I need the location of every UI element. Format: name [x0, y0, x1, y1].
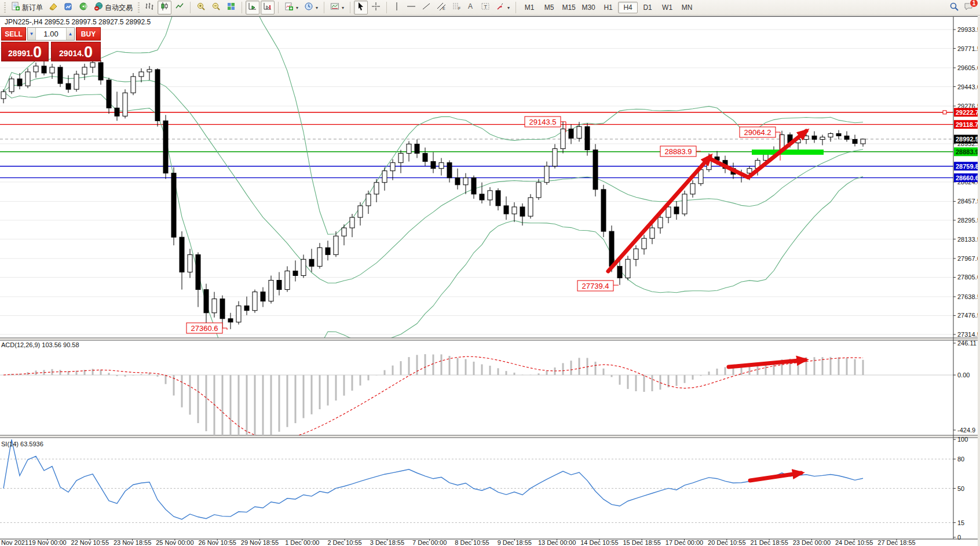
- add-indicator-button[interactable]: ▾: [282, 1, 301, 14]
- signals-button[interactable]: [76, 1, 90, 14]
- svg-text:28457.5: 28457.5: [957, 198, 980, 205]
- zoom-in-button[interactable]: [194, 1, 208, 14]
- new-order-button[interactable]: 新订单: [9, 1, 45, 14]
- trendline-button[interactable]: [419, 1, 433, 14]
- svg-text:24 Dec 10:55: 24 Dec 10:55: [835, 539, 873, 546]
- svg-text:80: 80: [957, 456, 964, 463]
- svg-text:29605.0: 29605.0: [957, 64, 980, 71]
- bar-chart-button[interactable]: [142, 1, 156, 14]
- buy-price-big-digit: 0: [84, 45, 93, 60]
- line-chart-button[interactable]: [173, 1, 187, 14]
- svg-text:8 Dec 10:55: 8 Dec 10:55: [455, 539, 489, 546]
- svg-text:50: 50: [957, 485, 964, 492]
- sell-price[interactable]: 28991.0: [1, 42, 49, 61]
- line-chart-icon: [175, 2, 184, 13]
- fibonacci-button[interactable]: F: [449, 1, 463, 14]
- svg-text:28660.6: 28660.6: [956, 174, 979, 181]
- svg-text:29118.7: 29118.7: [956, 121, 978, 128]
- equidistant-channel-button[interactable]: E: [434, 1, 448, 14]
- buy-button[interactable]: BUY: [76, 27, 101, 41]
- chart-shift-button[interactable]: [261, 1, 275, 14]
- arrows-icon: [496, 2, 505, 13]
- timeframe-MN[interactable]: MN: [677, 2, 697, 13]
- timeframe-M1[interactable]: M1: [520, 2, 539, 13]
- text-label-button[interactable]: T: [478, 1, 492, 14]
- timeframe-W1[interactable]: W1: [657, 2, 677, 13]
- timeframe-H1[interactable]: H1: [598, 2, 618, 13]
- timeframe-M5[interactable]: M5: [539, 2, 559, 13]
- period-button[interactable]: ▾: [302, 1, 320, 14]
- market-watch-icon: [64, 2, 73, 13]
- chevron-down-icon: ▾: [507, 5, 510, 10]
- svg-text:100: 100: [957, 436, 968, 443]
- svg-text:0: 0: [957, 534, 961, 541]
- buy-price[interactable]: 29014.0: [51, 42, 101, 61]
- cursor-button[interactable]: [354, 1, 368, 14]
- price-callout[interactable]: 28883.9: [660, 146, 701, 156]
- text-label-icon: T: [481, 2, 490, 13]
- vertical-line-icon: [393, 2, 401, 13]
- bar-chart-icon: [145, 2, 154, 13]
- arrows-tool-button[interactable]: ▾: [493, 1, 512, 14]
- svg-text:27638.5: 27638.5: [957, 293, 980, 300]
- svg-text:28295.5: 28295.5: [957, 217, 980, 224]
- svg-text:17 Dec 00:00: 17 Dec 00:00: [665, 539, 703, 546]
- svg-text:28759.8: 28759.8: [956, 163, 979, 170]
- svg-text:29771.5: 29771.5: [957, 45, 980, 52]
- svg-text:2 Dec 10:55: 2 Dec 10:55: [327, 539, 361, 546]
- svg-text:22 Nov 10:55: 22 Nov 10:55: [71, 539, 109, 546]
- toolbar-grip: [4, 2, 6, 13]
- sell-price-main: 28991.: [8, 46, 33, 60]
- tile-windows-button[interactable]: [224, 1, 238, 14]
- text-icon: A: [467, 2, 475, 13]
- svg-text:E: E: [443, 6, 445, 10]
- svg-text:15: 15: [957, 519, 964, 526]
- auto-scroll-button[interactable]: [246, 1, 259, 14]
- market-watch-button[interactable]: [61, 1, 75, 14]
- toolbar-separator: [190, 2, 191, 13]
- sell-price-big-digit: 0: [33, 45, 42, 60]
- notifications-button[interactable]: 1: [964, 2, 974, 13]
- timeframe-D1[interactable]: D1: [638, 2, 657, 13]
- price-callout[interactable]: 27739.4: [577, 281, 619, 291]
- volume-input[interactable]: 1.00: [36, 28, 66, 40]
- chart-canvas[interactable]: 29933.529771.529605.029443.029276.528952…: [0, 16, 980, 546]
- crosshair-icon: [371, 2, 381, 13]
- template-icon: [330, 2, 339, 13]
- svg-text:1 Dec 00:00: 1 Dec 00:00: [285, 539, 319, 546]
- svg-text:9 Dec 18:55: 9 Dec 18:55: [498, 539, 532, 546]
- auto-scroll-icon: [248, 2, 257, 13]
- text-button[interactable]: A: [465, 1, 477, 14]
- timeframe-M30[interactable]: M30: [579, 2, 598, 13]
- timeframe-H4[interactable]: H4: [618, 2, 638, 13]
- sell-button[interactable]: SELL: [1, 27, 26, 41]
- rsi-indicator-label: SI(14) 63.5936: [1, 441, 43, 447]
- crosshair-button[interactable]: [369, 1, 383, 14]
- svg-text:25 Nov 00:00: 25 Nov 00:00: [156, 539, 193, 546]
- volume-up-button[interactable]: ▲: [66, 28, 74, 40]
- candlestick-chart-button[interactable]: [158, 1, 171, 14]
- horizontal-line-button[interactable]: [404, 1, 418, 14]
- zoom-out-icon: [211, 2, 221, 13]
- price-callout[interactable]: 27360.6: [187, 323, 227, 333]
- svg-text:28883.9: 28883.9: [665, 147, 692, 156]
- toolbar-separator: [278, 2, 279, 13]
- candlestick-chart-icon: [160, 2, 169, 13]
- svg-text:13 Dec 00:00: 13 Dec 00:00: [538, 539, 576, 546]
- new-order-label: 新订单: [22, 3, 43, 13]
- svg-text:Nov 2021: Nov 2021: [1, 539, 28, 546]
- zoom-out-button[interactable]: [209, 1, 223, 14]
- svg-text:29 Nov 18:55: 29 Nov 18:55: [241, 539, 279, 546]
- volume-down-button[interactable]: ▼: [28, 28, 36, 40]
- support-highlight-bar[interactable]: [752, 150, 824, 155]
- template-button[interactable]: ▾: [328, 1, 346, 14]
- timeframe-M15[interactable]: M15: [559, 2, 579, 13]
- toolbar: 新订单 自动交易: [0, 0, 980, 16]
- vertical-line-button[interactable]: [390, 1, 403, 14]
- search-icon[interactable]: [949, 2, 959, 14]
- svg-text:246.11: 246.11: [957, 340, 977, 347]
- eraser-button[interactable]: [46, 1, 60, 14]
- autotrading-button[interactable]: 自动交易: [92, 1, 135, 14]
- svg-text:27739.4: 27739.4: [582, 282, 609, 290]
- chevron-down-icon: ▾: [342, 5, 344, 10]
